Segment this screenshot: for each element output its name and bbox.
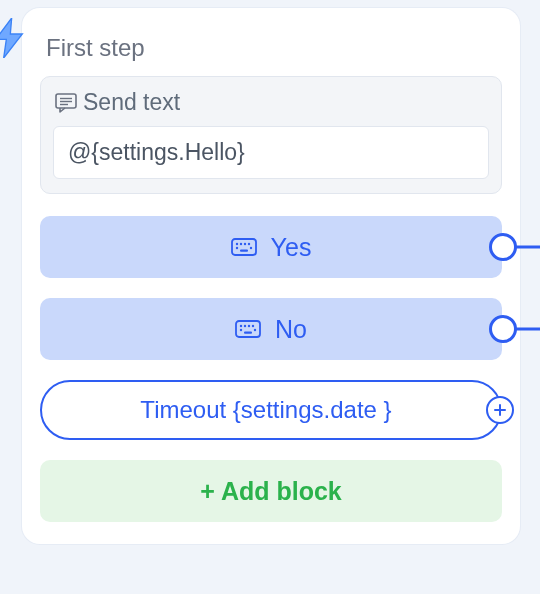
svg-rect-11 xyxy=(240,250,248,252)
add-block-button[interactable]: + Add block xyxy=(40,460,502,522)
option-label: No xyxy=(275,315,307,344)
connection-line xyxy=(514,328,540,331)
svg-point-18 xyxy=(254,329,256,331)
svg-point-9 xyxy=(235,247,237,249)
svg-point-5 xyxy=(235,243,237,245)
connection-port-yes[interactable] xyxy=(489,233,517,261)
svg-point-15 xyxy=(248,325,250,327)
svg-point-13 xyxy=(240,325,242,327)
send-text-input[interactable]: @{settings.Hello} xyxy=(53,126,489,179)
svg-point-7 xyxy=(243,243,245,245)
option-no[interactable]: No xyxy=(40,298,502,360)
keyboard-icon xyxy=(231,238,257,256)
add-block-label: + Add block xyxy=(200,477,341,506)
svg-point-17 xyxy=(240,329,242,331)
add-connection-button[interactable] xyxy=(486,396,514,424)
chat-icon xyxy=(55,93,77,113)
svg-rect-19 xyxy=(244,332,252,334)
svg-point-16 xyxy=(252,325,254,327)
timeout-row: Timeout {settings.date } xyxy=(40,380,502,440)
svg-point-10 xyxy=(249,247,251,249)
connection-line xyxy=(514,246,540,249)
card-title: First step xyxy=(46,34,502,62)
svg-point-6 xyxy=(239,243,241,245)
send-text-label: Send text xyxy=(83,89,180,116)
plus-icon xyxy=(493,403,507,417)
trigger-bolt-icon xyxy=(0,18,26,58)
option-row-no: No xyxy=(40,298,502,360)
connection-port-no[interactable] xyxy=(489,315,517,343)
svg-rect-4 xyxy=(232,239,256,255)
option-label: Yes xyxy=(271,233,312,262)
timeout-button[interactable]: Timeout {settings.date } xyxy=(40,380,502,440)
svg-point-14 xyxy=(244,325,246,327)
option-row-yes: Yes xyxy=(40,216,502,278)
keyboard-icon xyxy=(235,320,261,338)
send-text-header: Send text xyxy=(53,89,489,116)
svg-point-8 xyxy=(247,243,249,245)
timeout-label: Timeout {settings.date } xyxy=(140,396,391,424)
svg-rect-12 xyxy=(236,321,260,337)
option-yes[interactable]: Yes xyxy=(40,216,502,278)
step-card: First step Send text @{settings.Hello} Y… xyxy=(22,8,520,544)
send-text-block[interactable]: Send text @{settings.Hello} xyxy=(40,76,502,194)
